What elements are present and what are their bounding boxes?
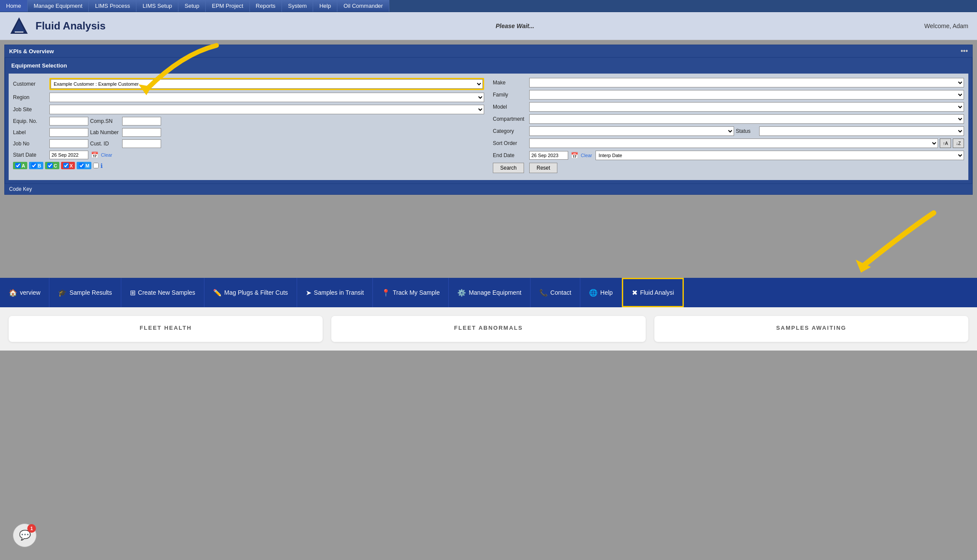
page-title: Fluid Analysis (36, 20, 106, 32)
job-site-select[interactable] (49, 105, 484, 114)
reset-button[interactable]: Reset (529, 163, 557, 173)
sort-asc-button[interactable]: ↑A (940, 138, 951, 148)
status-select[interactable] (759, 126, 964, 136)
cust-id-input[interactable] (122, 139, 161, 148)
category-select[interactable] (529, 126, 734, 136)
nav-oil-commander[interactable]: Oil Commander (337, 0, 389, 12)
label-label: Label (13, 129, 48, 135)
compartment-row: Compartment (493, 114, 964, 124)
fleet-health-card: FLEET HEALTH (9, 316, 323, 342)
overview-label: verview (20, 289, 40, 296)
badge-m: M (77, 162, 91, 169)
sort-order-select[interactable] (529, 138, 938, 148)
calendar-icon[interactable]: 📅 (91, 151, 98, 158)
samples-transit-label: Samples in Transit (314, 289, 364, 296)
bottom-nav-sample-results[interactable]: 🎓 Sample Results (49, 278, 121, 307)
end-calendar-icon[interactable]: 📅 (571, 152, 578, 159)
end-date-clear[interactable]: Clear (581, 153, 592, 158)
action-row: Search Reset (493, 163, 964, 173)
track-sample-icon: 📍 (382, 289, 390, 297)
welcome-text: Welcome, Adam (924, 23, 968, 29)
bottom-nav-create-samples[interactable]: ⊞ Create New Samples (121, 278, 204, 307)
checkbox-m[interactable] (79, 163, 84, 168)
nav-manage-equipment[interactable]: Manage Equipment (28, 0, 89, 12)
equip-no-input[interactable] (49, 117, 88, 126)
end-date-label: End Date (493, 152, 527, 158)
model-row: Model (493, 102, 964, 112)
badge-b: B (29, 162, 43, 169)
dashboard-area: FLEET HEALTH FLEET ABNORMALS Samples Awa… (0, 307, 977, 351)
mag-plugs-label: Mag Plugs & Filter Cuts (224, 289, 288, 296)
customer-select[interactable]: Example Customer : Example Customer (51, 79, 483, 89)
bottom-nav-fluid-analysis[interactable]: ✖ Fluid Analysi (622, 278, 684, 307)
sample-results-icon: 🎓 (58, 289, 67, 297)
start-date-clear[interactable]: Clear (101, 152, 112, 158)
code-key-label: Code Key (9, 186, 32, 192)
nav-home[interactable]: Home (0, 0, 28, 12)
comp-sn-input[interactable] (122, 117, 161, 126)
chat-circle[interactable]: 💬 1 (13, 524, 36, 547)
bottom-nav-help[interactable]: 🌐 Help (580, 278, 622, 307)
compartment-select[interactable] (529, 114, 964, 124)
contact-label: Contact (550, 289, 571, 296)
fleet-health-title: FLEET HEALTH (17, 325, 314, 331)
search-button[interactable]: Search (493, 163, 524, 173)
checkbox-x[interactable] (63, 163, 69, 168)
track-sample-label: Track My Sample (393, 289, 440, 296)
svg-marker-3 (856, 260, 871, 273)
nav-reports[interactable]: Reports (250, 0, 282, 12)
status-label: Status (736, 128, 757, 134)
label-input[interactable] (49, 128, 88, 137)
region-label: Region (13, 94, 48, 100)
interp-date-select[interactable]: Interp Date (595, 151, 964, 160)
end-date-input[interactable] (529, 151, 568, 160)
badge-c: C (45, 162, 59, 169)
compartment-label: Compartment (493, 116, 527, 122)
kpi-header: KPIs & Overview ••• (5, 45, 972, 57)
checkbox-c[interactable] (47, 163, 53, 168)
customer-row: Customer Example Customer : Example Cust… (13, 78, 484, 90)
lab-number-input[interactable] (122, 128, 161, 137)
info-icon: ℹ (100, 162, 103, 169)
model-select[interactable] (529, 102, 964, 112)
job-no-input[interactable] (49, 139, 88, 148)
nav-lims-process[interactable]: LIMS Process (89, 0, 136, 12)
bottom-nav-track-sample[interactable]: 📍 Track My Sample (373, 278, 449, 307)
sort-order-row: Sort Order ↑A ↓Z (493, 138, 964, 148)
family-select[interactable] (529, 90, 964, 100)
chat-notification[interactable]: 💬 1 (13, 524, 36, 547)
model-label: Model (493, 104, 527, 110)
nav-system[interactable]: System (282, 0, 313, 12)
nav-setup[interactable]: Setup (178, 0, 206, 12)
checkbox-a[interactable] (15, 163, 21, 168)
notification-badge: 1 (27, 524, 36, 533)
bottom-nav-mag-plugs[interactable]: ✏️ Mag Plugs & Filter Cuts (204, 278, 297, 307)
region-select[interactable] (49, 93, 484, 102)
nav-epm-project[interactable]: EPM Project (206, 0, 249, 12)
bottom-nav-manage-equipment[interactable]: ⚙️ Manage Equipment (449, 278, 530, 307)
code-key-bar: Code Key (5, 184, 972, 194)
nav-help[interactable]: Help (313, 0, 337, 12)
gray-area (0, 200, 977, 278)
kpi-menu[interactable]: ••• (961, 47, 968, 55)
category-row: Category Status (493, 126, 964, 136)
fluid-analysis-label: Fluid Analysi (640, 289, 674, 296)
samples-awaiting-title: Samples Awaiting (663, 325, 960, 331)
checkbox-extra[interactable] (93, 163, 99, 168)
category-label: Category (493, 128, 527, 134)
nav-lims-setup[interactable]: LIMS Setup (136, 0, 178, 12)
cust-id-label: Cust. ID (90, 141, 120, 147)
make-select[interactable] (529, 78, 964, 87)
bottom-nav-contact[interactable]: 📞 Contact (531, 278, 580, 307)
bottom-nav-samples-transit[interactable]: ➤ Samples in Transit (297, 278, 373, 307)
header-left: Fluid Analysis (9, 16, 106, 36)
checkbox-b[interactable] (31, 163, 37, 168)
bottom-nav-overview[interactable]: 🏠 verview (0, 278, 49, 307)
sort-desc-button[interactable]: ↓Z (953, 138, 964, 148)
start-date-input[interactable] (49, 151, 88, 159)
samples-transit-icon: ➤ (306, 289, 311, 297)
equip-body: Customer Example Customer : Example Cust… (9, 74, 968, 180)
badge-x: X (61, 162, 75, 169)
kpi-title: KPIs & Overview (9, 48, 54, 55)
form-right: Make Family Model (493, 78, 964, 176)
